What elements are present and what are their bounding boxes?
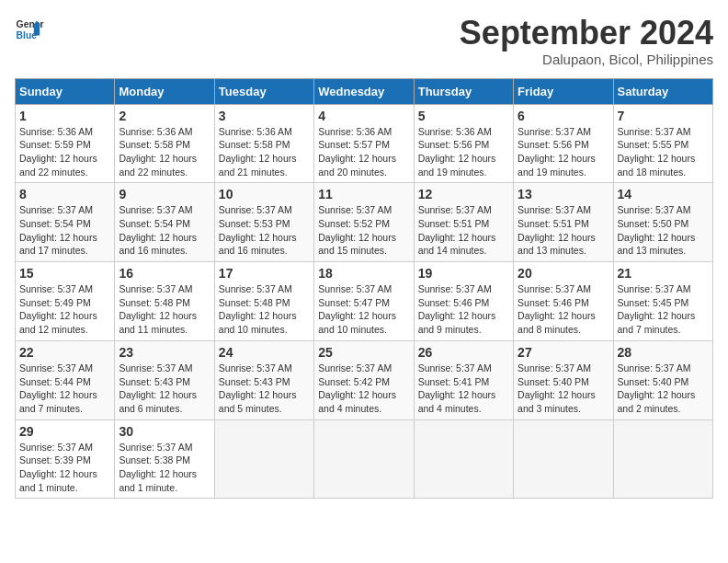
daylight-label: Daylight: 12 hours and 15 minutes. (318, 232, 396, 257)
sunrise-label: Sunrise: 5:37 AM (518, 126, 591, 137)
day-number: 16 (119, 266, 210, 281)
day-detail: Sunrise: 5:37 AM Sunset: 5:52 PM Dayligh… (318, 203, 409, 258)
day-detail: Sunrise: 5:37 AM Sunset: 5:39 PM Dayligh… (19, 441, 110, 495)
daylight-label: Daylight: 12 hours and 19 minutes. (418, 153, 496, 178)
sunrise-label: Sunrise: 5:37 AM (318, 204, 392, 215)
day-cell-9: 9 Sunrise: 5:37 AM Sunset: 5:54 PM Dayli… (115, 183, 214, 262)
day-number: 19 (418, 266, 509, 281)
sunrise-label: Sunrise: 5:37 AM (219, 362, 292, 373)
day-cell-17: 17 Sunrise: 5:37 AM Sunset: 5:48 PM Dayl… (214, 262, 313, 341)
day-number: 25 (318, 345, 409, 360)
week-row-2: 8 Sunrise: 5:37 AM Sunset: 5:54 PM Dayli… (16, 183, 713, 262)
sunrise-label: Sunrise: 5:36 AM (318, 126, 392, 137)
daylight-label: Daylight: 12 hours and 6 minutes. (119, 389, 197, 414)
col-header-thursday: Thursday (414, 78, 513, 104)
daylight-label: Daylight: 12 hours and 21 minutes. (219, 153, 297, 178)
day-number: 4 (318, 109, 409, 123)
col-header-sunday: Sunday (16, 78, 115, 104)
day-detail: Sunrise: 5:37 AM Sunset: 5:41 PM Dayligh… (418, 362, 509, 416)
daylight-label: Daylight: 12 hours and 13 minutes. (518, 232, 596, 257)
day-number: 17 (219, 266, 310, 281)
day-detail: Sunrise: 5:36 AM Sunset: 5:56 PM Dayligh… (418, 125, 509, 179)
daylight-label: Daylight: 12 hours and 11 minutes. (119, 310, 197, 335)
day-cell-16: 16 Sunrise: 5:37 AM Sunset: 5:48 PM Dayl… (115, 262, 214, 341)
col-header-saturday: Saturday (613, 78, 712, 104)
day-detail: Sunrise: 5:37 AM Sunset: 5:38 PM Dayligh… (119, 441, 210, 495)
empty-cell (613, 419, 712, 499)
daylight-label: Daylight: 12 hours and 4 minutes. (318, 389, 396, 414)
sunrise-label: Sunrise: 5:37 AM (119, 283, 192, 294)
sunset-label: Sunset: 5:50 PM (618, 218, 689, 229)
day-detail: Sunrise: 5:37 AM Sunset: 5:53 PM Dayligh… (219, 203, 310, 258)
day-number: 8 (19, 187, 110, 201)
sunset-label: Sunset: 5:47 PM (318, 297, 390, 308)
title-area: September 2024 Dalupaon, Bicol, Philippi… (460, 15, 713, 67)
daylight-label: Daylight: 12 hours and 12 minutes. (19, 310, 97, 335)
sunrise-label: Sunrise: 5:37 AM (518, 283, 591, 294)
sunrise-label: Sunrise: 5:37 AM (19, 204, 93, 215)
day-number: 5 (418, 109, 509, 123)
day-number: 11 (318, 187, 409, 201)
daylight-label: Daylight: 12 hours and 3 minutes. (518, 389, 596, 414)
sunset-label: Sunset: 5:54 PM (119, 218, 190, 229)
daylight-label: Daylight: 12 hours and 7 minutes. (19, 389, 97, 414)
daylight-label: Daylight: 12 hours and 1 minute. (19, 468, 97, 493)
daylight-label: Daylight: 12 hours and 22 minutes. (119, 153, 197, 178)
sunrise-label: Sunrise: 5:37 AM (518, 204, 591, 215)
daylight-label: Daylight: 12 hours and 16 minutes. (219, 232, 297, 257)
daylight-label: Daylight: 12 hours and 10 minutes. (219, 310, 297, 335)
daylight-label: Daylight: 12 hours and 9 minutes. (418, 310, 496, 335)
sunset-label: Sunset: 5:58 PM (219, 139, 290, 150)
sunrise-label: Sunrise: 5:37 AM (618, 283, 691, 294)
day-cell-1: 1 Sunrise: 5:36 AM Sunset: 5:59 PM Dayli… (16, 104, 115, 183)
header-row: SundayMondayTuesdayWednesdayThursdayFrid… (16, 78, 713, 104)
sunrise-label: Sunrise: 5:37 AM (19, 283, 93, 294)
day-cell-23: 23 Sunrise: 5:37 AM Sunset: 5:43 PM Dayl… (115, 340, 214, 419)
col-header-monday: Monday (115, 78, 214, 104)
week-row-1: 1 Sunrise: 5:36 AM Sunset: 5:59 PM Dayli… (16, 104, 713, 183)
daylight-label: Daylight: 12 hours and 7 minutes. (618, 310, 696, 335)
day-detail: Sunrise: 5:37 AM Sunset: 5:48 PM Dayligh… (219, 282, 310, 337)
sunset-label: Sunset: 5:46 PM (518, 297, 589, 308)
sunrise-label: Sunrise: 5:37 AM (618, 126, 691, 137)
calendar-table: SundayMondayTuesdayWednesdayThursdayFrid… (15, 78, 713, 500)
day-detail: Sunrise: 5:37 AM Sunset: 5:45 PM Dayligh… (618, 282, 709, 337)
week-row-3: 15 Sunrise: 5:37 AM Sunset: 5:49 PM Dayl… (16, 262, 713, 341)
location-subtitle: Dalupaon, Bicol, Philippines (460, 52, 713, 67)
daylight-label: Daylight: 12 hours and 10 minutes. (318, 310, 396, 335)
day-cell-15: 15 Sunrise: 5:37 AM Sunset: 5:49 PM Dayl… (16, 262, 115, 341)
day-cell-5: 5 Sunrise: 5:36 AM Sunset: 5:56 PM Dayli… (414, 104, 513, 183)
sunrise-label: Sunrise: 5:37 AM (19, 362, 93, 373)
day-cell-12: 12 Sunrise: 5:37 AM Sunset: 5:51 PM Dayl… (414, 183, 513, 262)
day-cell-26: 26 Sunrise: 5:37 AM Sunset: 5:41 PM Dayl… (414, 340, 513, 419)
day-detail: Sunrise: 5:37 AM Sunset: 5:40 PM Dayligh… (518, 362, 609, 416)
day-detail: Sunrise: 5:37 AM Sunset: 5:48 PM Dayligh… (119, 282, 210, 337)
sunset-label: Sunset: 5:46 PM (418, 297, 490, 308)
day-number: 30 (119, 424, 210, 439)
sunset-label: Sunset: 5:43 PM (219, 376, 290, 387)
sunrise-label: Sunrise: 5:37 AM (219, 204, 292, 215)
sunrise-label: Sunrise: 5:37 AM (618, 362, 691, 373)
day-cell-19: 19 Sunrise: 5:37 AM Sunset: 5:46 PM Dayl… (414, 262, 513, 341)
sunrise-label: Sunrise: 5:37 AM (418, 362, 492, 373)
day-detail: Sunrise: 5:37 AM Sunset: 5:44 PM Dayligh… (19, 362, 110, 416)
day-number: 1 (19, 109, 110, 123)
daylight-label: Daylight: 12 hours and 19 minutes. (518, 153, 596, 178)
sunset-label: Sunset: 5:55 PM (618, 139, 689, 150)
daylight-label: Daylight: 12 hours and 4 minutes. (418, 389, 496, 414)
day-detail: Sunrise: 5:37 AM Sunset: 5:49 PM Dayligh… (19, 282, 110, 337)
sunrise-label: Sunrise: 5:36 AM (119, 126, 192, 137)
sunset-label: Sunset: 5:40 PM (618, 376, 689, 387)
sunset-label: Sunset: 5:52 PM (318, 218, 390, 229)
day-number: 2 (119, 109, 210, 123)
day-cell-28: 28 Sunrise: 5:37 AM Sunset: 5:40 PM Dayl… (613, 340, 712, 419)
day-detail: Sunrise: 5:37 AM Sunset: 5:51 PM Dayligh… (418, 203, 509, 258)
col-header-tuesday: Tuesday (214, 78, 313, 104)
day-number: 18 (318, 266, 409, 281)
daylight-label: Daylight: 12 hours and 20 minutes. (318, 153, 396, 178)
day-detail: Sunrise: 5:37 AM Sunset: 5:43 PM Dayligh… (219, 362, 310, 416)
daylight-label: Daylight: 12 hours and 8 minutes. (518, 310, 596, 335)
sunset-label: Sunset: 5:43 PM (119, 376, 190, 387)
day-detail: Sunrise: 5:37 AM Sunset: 5:43 PM Dayligh… (119, 362, 210, 416)
sunrise-label: Sunrise: 5:37 AM (318, 283, 392, 294)
